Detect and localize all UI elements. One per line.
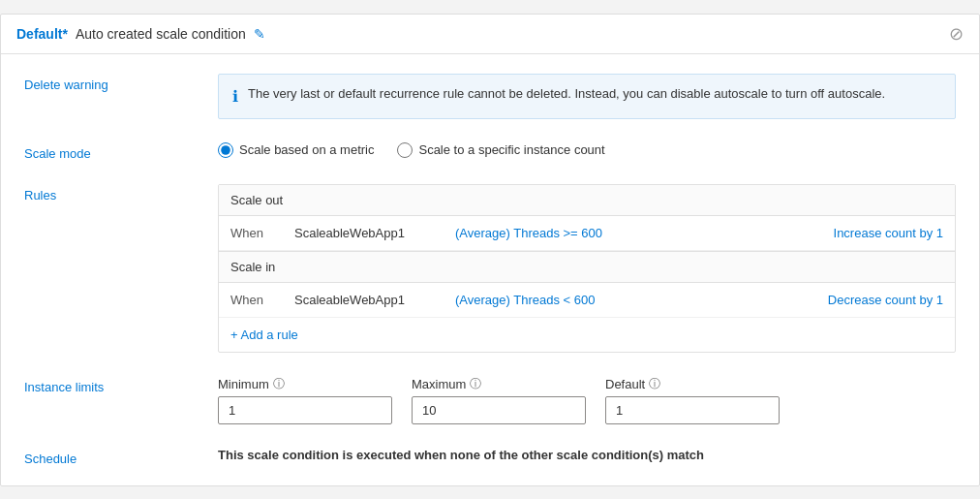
delete-warning-label: Delete warning (24, 74, 218, 92)
maximum-input[interactable] (412, 396, 586, 424)
default-label: Default* (16, 26, 68, 42)
scale-mode-label: Scale mode (24, 142, 218, 161)
scale-out-condition: (Average) Threads >= 600 (455, 226, 818, 240)
rules-section: Scale out When ScaleableWebApp1 (Average… (218, 184, 956, 353)
delete-warning-message: The very last or default recurrence rule… (248, 84, 885, 104)
scale-out-when: When (230, 226, 279, 240)
edit-icon[interactable]: ✎ (254, 26, 265, 42)
instance-limits-label: Instance limits (24, 376, 218, 394)
scale-in-when: When (230, 293, 279, 307)
delete-warning-row: Delete warning ℹ The very last or defaul… (24, 74, 956, 119)
maximum-info-icon[interactable]: ⓘ (470, 376, 481, 392)
radio-metric-label: Scale based on a metric (239, 142, 374, 157)
scale-mode-radio-group: Scale based on a metric Scale to a speci… (218, 142, 956, 158)
delete-warning-content: ℹ The very last or default recurrence ru… (218, 74, 956, 119)
schedule-text: This scale condition is executed when no… (218, 448, 704, 462)
scale-in-resource: ScaleableWebApp1 (294, 293, 440, 307)
radio-metric-input[interactable] (218, 142, 233, 158)
delete-warning-box: ℹ The very last or default recurrence ru… (218, 74, 956, 119)
scale-mode-content: Scale based on a metric Scale to a speci… (218, 142, 956, 158)
scale-out-rule: When ScaleableWebApp1 (Average) Threads … (219, 216, 955, 251)
scale-out-label: Scale out (219, 185, 955, 216)
scale-out-resource: ScaleableWebApp1 (294, 226, 440, 240)
scale-in-action: Decrease count by 1 (828, 293, 943, 307)
info-icon: ℹ (232, 85, 238, 109)
radio-instance[interactable]: Scale to a specific instance count (397, 142, 604, 158)
scale-condition-card: Default* Auto created scale condition ✎ … (0, 14, 980, 486)
radio-instance-label: Scale to a specific instance count (418, 142, 604, 157)
radio-metric[interactable]: Scale based on a metric (218, 142, 374, 158)
card-body: Delete warning ℹ The very last or defaul… (1, 54, 979, 485)
add-rule-link[interactable]: + Add a rule (219, 318, 955, 352)
default-label: Default ⓘ (605, 376, 780, 392)
instance-limits-group: Minimum ⓘ Maximum ⓘ De (218, 376, 956, 424)
card-header: Default* Auto created scale condition ✎ … (1, 15, 979, 54)
scale-in-label: Scale in (219, 252, 955, 283)
rules-row: Rules Scale out When ScaleableWebApp1 (A… (24, 184, 956, 353)
scale-mode-row: Scale mode Scale based on a metric Scale… (24, 142, 956, 161)
rules-content: Scale out When ScaleableWebApp1 (Average… (218, 184, 956, 353)
scale-in-condition: (Average) Threads < 600 (455, 293, 812, 307)
minimum-info-icon[interactable]: ⓘ (273, 376, 285, 392)
radio-instance-input[interactable] (397, 142, 413, 158)
schedule-row: Schedule This scale condition is execute… (24, 448, 956, 466)
default-input[interactable] (605, 396, 780, 424)
minimum-field: Minimum ⓘ (218, 376, 392, 424)
close-icon[interactable]: ⊘ (949, 23, 964, 45)
schedule-content: This scale condition is executed when no… (218, 448, 956, 462)
minimum-label: Minimum ⓘ (218, 376, 392, 392)
default-info-icon[interactable]: ⓘ (649, 376, 660, 392)
rules-label: Rules (24, 184, 218, 203)
minimum-input[interactable] (218, 396, 392, 424)
add-rule-label: + Add a rule (230, 327, 298, 342)
scale-out-action: Increase count by 1 (834, 226, 943, 240)
schedule-label: Schedule (24, 448, 218, 466)
condition-title: Auto created scale condition (76, 26, 246, 42)
instance-limits-row: Instance limits Minimum ⓘ Maximum ⓘ (24, 376, 956, 424)
default-field: Default ⓘ (605, 376, 780, 424)
scale-in-rule: When ScaleableWebApp1 (Average) Threads … (219, 283, 955, 318)
maximum-label: Maximum ⓘ (412, 376, 586, 392)
maximum-field: Maximum ⓘ (412, 376, 586, 424)
instance-limits-content: Minimum ⓘ Maximum ⓘ De (218, 376, 956, 424)
